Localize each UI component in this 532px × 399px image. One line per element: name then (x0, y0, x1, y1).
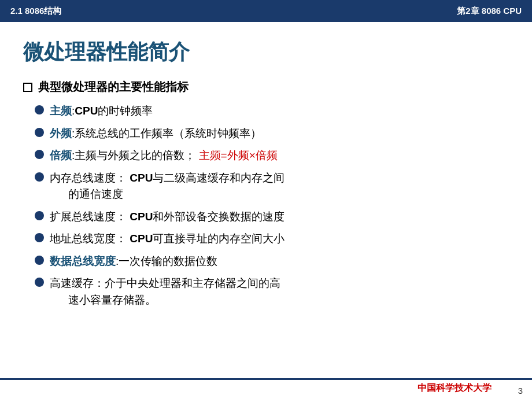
bullet-content: 倍频:主频与外频之比的倍数； 主频=外频×倍频 (50, 147, 509, 164)
slide: 2.1 8086结构 第2章 8086 CPU 微处理器性能简介 典型微处理器的… (0, 0, 532, 399)
section-label: 典型微处理器的主要性能指标 (38, 79, 189, 95)
list-item: 外频:系统总线的工作频率（系统时钟频率） (35, 125, 509, 142)
section-header: 典型微处理器的主要性能指标 (23, 79, 509, 95)
top-bar-right: 第2章 8086 CPU (457, 6, 522, 17)
text-span: 扩展总线速度： (50, 210, 130, 223)
bullet-content: 内存总线速度： CPU与二级高速缓存和内存之间 的通信速度 (50, 170, 509, 203)
top-bar-left: 2.1 8086结构 (10, 6, 61, 17)
bullet-dot (35, 256, 44, 265)
text-span: 数据总线宽度 (50, 255, 116, 267)
bullet-dot (35, 233, 44, 242)
list-item: 数据总线宽度:一次传输的数据位数 (35, 253, 509, 270)
text-span: 主频=外频×倍频 (199, 149, 278, 161)
slide-title: 微处理器性能简介 (23, 38, 509, 66)
list-item: 倍频:主频与外频之比的倍数； 主频=外频×倍频 (35, 147, 509, 164)
bullet-content: 地址总线宽度： CPU可直接寻址的内存空间大小 (50, 231, 509, 247)
text-span: 地址总线宽度： (50, 232, 130, 245)
text-span: :系统总线的工作频率（系统时钟频率） (72, 127, 261, 139)
bullet-dot (35, 150, 44, 159)
bullet-dot (35, 172, 44, 182)
bullet-content: 高速缓存：介于中央处理器和主存储器之间的高 速小容量存储器。 (50, 275, 509, 308)
list-item: 地址总线宽度： CPU可直接寻址的内存空间大小 (35, 231, 509, 247)
list-item: 主频:CPU的时钟频率 (35, 103, 509, 120)
text-span: 外频 (50, 127, 72, 139)
text-span: 的时钟频率 (98, 105, 153, 117)
bullet-content: 主频:CPU的时钟频率 (50, 103, 509, 120)
bullet-list: 主频:CPU的时钟频率 外频:系统总线的工作频率（系统时钟频率） 倍频:主频与外… (23, 103, 509, 308)
text-span: CPU (130, 232, 153, 245)
bullet-content: 外频:系统总线的工作频率（系统时钟频率） (50, 125, 509, 142)
bullet-dot (35, 128, 44, 137)
university-label: 中国科学技术大学 (418, 382, 492, 394)
text-span: :主频与外频之比的倍数； (72, 149, 199, 161)
checkbox-icon (23, 83, 32, 92)
list-item: 高速缓存：介于中央处理器和主存储器之间的高 速小容量存储器。 (35, 275, 509, 308)
text-span: 高速缓存：介于中央处理器和主存储器之间的高 速小容量存储器。 (50, 277, 280, 306)
bottom-bar: 中国科学技术大学 3 (0, 378, 532, 399)
bullet-content: 数据总线宽度:一次传输的数据位数 (50, 253, 509, 270)
list-item: 内存总线速度： CPU与二级高速缓存和内存之间 的通信速度 (35, 170, 509, 203)
text-span: :一次传输的数据位数 (116, 255, 217, 267)
text-span: 内存总线速度： (50, 172, 130, 184)
bullet-dot (35, 278, 44, 287)
text-span: 和外部设备交换数据的速度 (153, 210, 285, 223)
text-span: 倍频 (50, 149, 72, 161)
text-span: 主频 (50, 105, 72, 117)
bullet-dot (35, 105, 44, 114)
text-span: CPU (75, 105, 98, 117)
top-bar: 2.1 8086结构 第2章 8086 CPU (0, 0, 532, 22)
text-span: CPU (130, 172, 153, 184)
bullet-content: 扩展总线速度： CPU和外部设备交换数据的速度 (50, 209, 509, 226)
bullet-dot (35, 211, 44, 220)
list-item: 扩展总线速度： CPU和外部设备交换数据的速度 (35, 209, 509, 226)
text-span: 可直接寻址的内存空间大小 (153, 232, 285, 245)
main-content: 微处理器性能简介 典型微处理器的主要性能指标 主频:CPU的时钟频率 外频:系统… (0, 22, 532, 326)
page-number: 3 (518, 386, 523, 396)
text-span: CPU (130, 210, 153, 223)
